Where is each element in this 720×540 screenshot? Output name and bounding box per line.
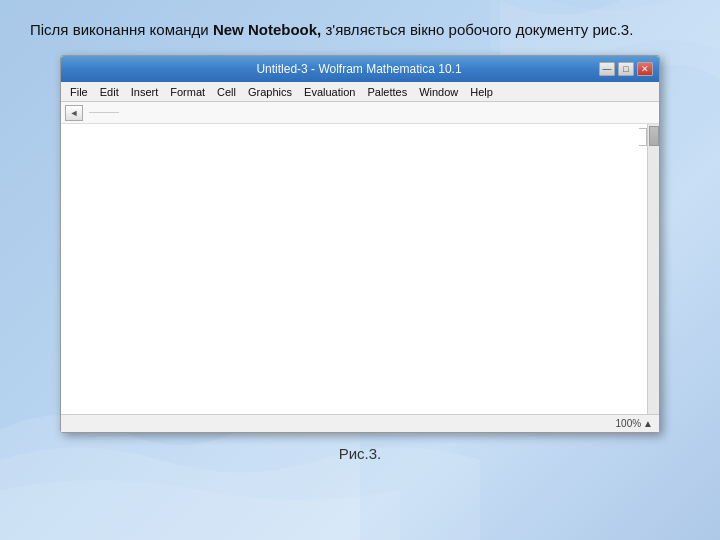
scrollbar-thumb[interactable] <box>649 126 659 146</box>
description-text-after: з'являється вікно робочого документу рис… <box>321 21 633 38</box>
document-body <box>61 124 659 414</box>
toolbar-separator <box>89 112 119 113</box>
menu-file[interactable]: File <box>65 85 93 99</box>
maximize-button[interactable]: □ <box>618 62 634 76</box>
menu-format[interactable]: Format <box>165 85 210 99</box>
menu-cell[interactable]: Cell <box>212 85 241 99</box>
close-button[interactable]: ✕ <box>637 62 653 76</box>
menu-insert[interactable]: Insert <box>126 85 164 99</box>
toolbar-back-button[interactable]: ◄ <box>65 105 83 121</box>
menu-palettes[interactable]: Palettes <box>362 85 412 99</box>
description-command: New Notebook, <box>213 21 321 38</box>
window-title: Untitled-3 - Wolfram Mathematica 10.1 <box>119 62 599 76</box>
toolbar: ◄ <box>61 102 659 124</box>
window-controls: — □ ✕ <box>599 62 653 76</box>
notebook-content <box>61 124 647 136</box>
zoom-arrow: ▲ <box>643 418 653 429</box>
minimize-button[interactable]: — <box>599 62 615 76</box>
title-bar: Untitled-3 - Wolfram Mathematica 10.1 — … <box>61 56 659 82</box>
description-text-before: Після виконання команди <box>30 21 213 38</box>
menu-edit[interactable]: Edit <box>95 85 124 99</box>
description-paragraph: Після виконання команди New Notebook, з'… <box>30 18 690 41</box>
figure-caption: Рис.3. <box>339 445 382 462</box>
wolfram-window: Untitled-3 - Wolfram Mathematica 10.1 — … <box>60 55 660 433</box>
menu-window[interactable]: Window <box>414 85 463 99</box>
menu-evaluation[interactable]: Evaluation <box>299 85 360 99</box>
menu-bar: File Edit Insert Format Cell Graphics Ev… <box>61 82 659 102</box>
cell-bracket <box>639 128 647 146</box>
zoom-indicator: 100% ▲ <box>616 418 653 429</box>
scrollbar-vertical[interactable] <box>647 124 659 414</box>
status-bar: 100% ▲ <box>61 414 659 432</box>
menu-help[interactable]: Help <box>465 85 498 99</box>
menu-graphics[interactable]: Graphics <box>243 85 297 99</box>
document-area[interactable] <box>61 124 647 414</box>
zoom-value: 100% <box>616 418 642 429</box>
